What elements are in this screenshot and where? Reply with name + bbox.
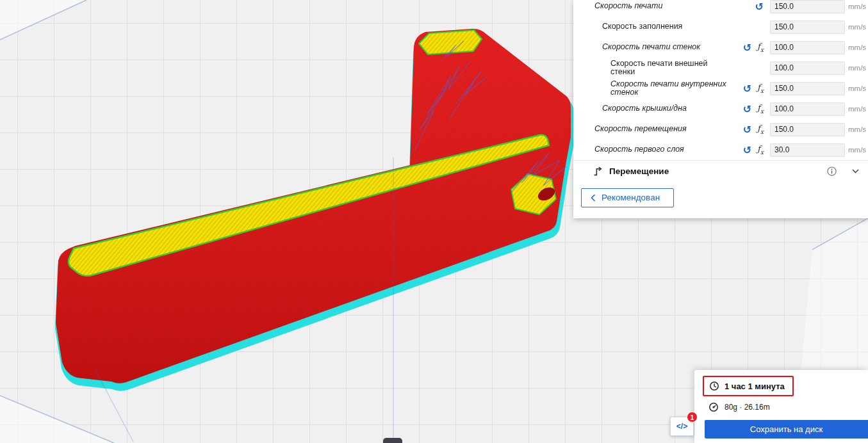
setting-unit: mm/s	[845, 125, 868, 133]
print-time-estimate: 1 час 1 минута	[725, 382, 785, 391]
save-to-disk-button[interactable]: Сохранить на диск	[705, 420, 868, 439]
fx-icon[interactable]: ƒx	[757, 83, 764, 94]
material-estimate: 80g · 26.16m	[725, 403, 770, 412]
notification-badge: 1	[687, 412, 698, 423]
setting-label: Скорость первого слоя	[594, 145, 732, 154]
setting-value-input[interactable]	[770, 102, 845, 116]
setting-row-wall-speed[interactable]: Скорость печати стенок ↺ ƒx mm/s	[573, 37, 868, 58]
print-summary-panel: 1 час 1 минута 80g · 26.16m Сохранить на…	[694, 370, 868, 443]
setting-row-infill-speed[interactable]: Скорость заполнения mm/s	[573, 17, 868, 37]
setting-unit: mm/s	[845, 105, 868, 113]
reset-icon[interactable]: ↺	[743, 145, 751, 155]
setting-label: Скорость печати	[594, 2, 732, 11]
setting-unit: mm/s	[845, 85, 868, 92]
print-settings-panel: Скорость печати ↺ mm/s Скорость заполнен…	[573, 0, 868, 218]
fx-icon[interactable]: ƒx	[757, 124, 764, 135]
reset-icon[interactable]: ↺	[755, 2, 764, 12]
setting-label: Скорость печати внутренних стенок	[610, 80, 732, 97]
setting-row-print-speed[interactable]: Скорость печати ↺ mm/s	[573, 0, 868, 17]
setting-value-input[interactable]	[770, 0, 845, 13]
setting-unit: mm/s	[845, 23, 868, 31]
settings-section-travel[interactable]: Перемещение	[573, 160, 868, 181]
setting-value-input[interactable]	[770, 143, 845, 157]
viewport-bottom-widget[interactable]	[383, 438, 402, 443]
setting-row-inner-wall-speed[interactable]: Скорость печати внутренних стенок ↺ ƒx m…	[573, 78, 868, 99]
setting-value-input[interactable]	[770, 82, 845, 95]
clock-icon	[709, 381, 719, 391]
material-estimate-row: 80g · 26.16m	[708, 402, 770, 412]
setting-unit: mm/s	[845, 146, 868, 154]
setting-row-initial-layer-speed[interactable]: Скорость первого слоя ↺ ƒx mm/s	[573, 140, 868, 160]
setting-value-input[interactable]	[770, 123, 845, 136]
info-icon[interactable]	[827, 166, 837, 176]
reset-icon[interactable]: ↺	[743, 84, 751, 93]
setting-label: Скорость печати стенок	[602, 43, 732, 52]
setting-unit: mm/s	[845, 44, 868, 51]
model-preview[interactable]	[56, 29, 572, 442]
setting-value-input[interactable]	[770, 41, 845, 54]
gcode-label: </>	[676, 422, 687, 431]
material-icon	[708, 402, 719, 412]
setting-row-travel-speed[interactable]: Скорость перемещения ↺ ƒx mm/s	[573, 119, 868, 140]
print-time-highlight: 1 час 1 минута	[703, 376, 794, 396]
setting-label: Скорость заполнения	[602, 22, 732, 31]
cura-window: Скорость печати ↺ mm/s Скорость заполнен…	[0, 0, 868, 443]
setting-value-input[interactable]	[770, 20, 845, 34]
setting-label: Скорость крышки/дна	[602, 104, 732, 113]
travel-icon	[593, 166, 603, 177]
chevron-left-icon	[591, 194, 596, 202]
fx-icon[interactable]: ƒx	[757, 103, 764, 115]
reset-icon[interactable]: ↺	[743, 104, 751, 114]
setting-label: Скорость печати внешней стенки	[610, 60, 732, 77]
setting-value-input[interactable]	[770, 61, 845, 75]
recommended-label: Рекомендован	[602, 193, 660, 202]
chevron-down-icon[interactable]	[852, 169, 859, 173]
section-label: Перемещение	[609, 166, 669, 176]
setting-row-top-bottom-speed[interactable]: Скорость крышки/дна ↺ ƒx mm/s	[573, 99, 868, 119]
recommended-mode-button[interactable]: Рекомендован	[581, 188, 674, 207]
settings-rows: Скорость печати ↺ mm/s Скорость заполнен…	[573, 0, 868, 160]
setting-unit: mm/s	[845, 64, 868, 72]
gcode-preview-button[interactable]: </> 1	[670, 417, 694, 436]
fx-icon[interactable]: ƒx	[757, 42, 764, 53]
setting-row-outer-wall-speed[interactable]: Скорость печати внешней стенки mm/s	[573, 58, 868, 78]
fx-icon[interactable]: ƒx	[757, 144, 764, 156]
setting-label: Скорость перемещения	[594, 125, 732, 134]
reset-icon[interactable]: ↺	[743, 125, 751, 134]
reset-icon[interactable]: ↺	[743, 43, 751, 52]
setting-unit: mm/s	[845, 3, 868, 10]
